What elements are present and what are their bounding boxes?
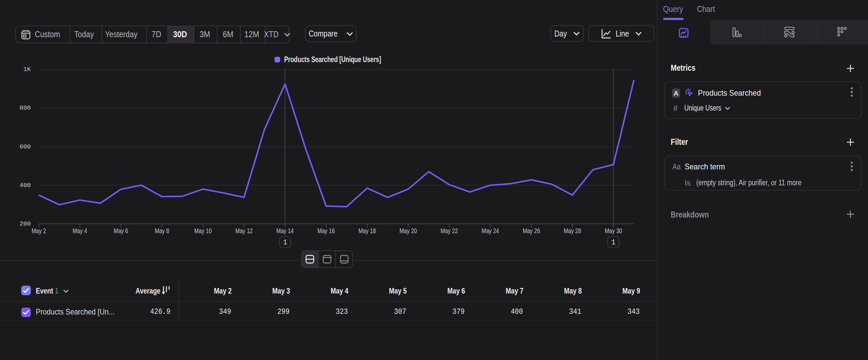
svg-text:May 10: May 10 xyxy=(194,227,212,234)
svg-text:May 8: May 8 xyxy=(155,227,169,234)
svg-text:May 2: May 2 xyxy=(31,227,46,234)
svg-text:May 22: May 22 xyxy=(441,227,458,234)
svg-text:800: 800 xyxy=(20,104,31,112)
svg-text:1: 1 xyxy=(283,239,287,247)
svg-text:May 30: May 30 xyxy=(605,227,622,234)
svg-text:400: 400 xyxy=(20,182,31,189)
svg-text:1: 1 xyxy=(611,239,615,247)
svg-text:May 4: May 4 xyxy=(72,227,87,234)
svg-text:May 16: May 16 xyxy=(317,227,335,234)
svg-text:May 26: May 26 xyxy=(523,227,540,234)
svg-text:May 14: May 14 xyxy=(277,227,294,234)
svg-text:May 18: May 18 xyxy=(359,227,376,234)
svg-text:May 28: May 28 xyxy=(564,227,581,234)
svg-text:600: 600 xyxy=(20,143,31,150)
svg-text:May 24: May 24 xyxy=(482,227,499,234)
svg-text:200: 200 xyxy=(20,220,31,227)
svg-text:May 6: May 6 xyxy=(114,227,128,234)
svg-text:1K: 1K xyxy=(23,66,31,73)
svg-text:May 12: May 12 xyxy=(236,227,253,234)
svg-text:May 20: May 20 xyxy=(400,227,417,234)
